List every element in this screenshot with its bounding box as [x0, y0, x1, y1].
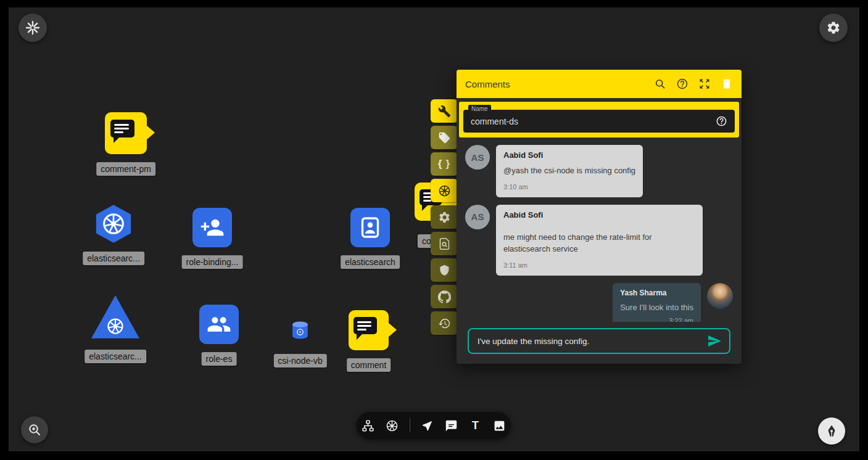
node-label[interactable]: comment — [347, 358, 391, 372]
message-time: 3:11 am — [503, 261, 695, 271]
zoom-button[interactable] — [21, 416, 48, 443]
message-text: Sure I'll look into this — [620, 302, 693, 314]
send-icon[interactable] — [707, 334, 722, 348]
pen-tool-button[interactable] — [818, 417, 845, 445]
expand-icon[interactable] — [698, 78, 711, 90]
node-label[interactable]: role-binding... — [182, 255, 243, 269]
message-bubble: Aabid Sofi @yash the csi-node is missing… — [496, 145, 643, 197]
node-role-es[interactable]: role-es — [199, 305, 239, 344]
name-field[interactable]: Name comment-ds — [463, 110, 735, 133]
comments-panel-header[interactable]: Comments — [457, 70, 742, 98]
panel-title: Comments — [465, 79, 654, 89]
speech-bubble-icon — [110, 120, 134, 138]
name-field-label: Name — [468, 105, 491, 113]
node-label[interactable]: csi-node-vb — [273, 354, 326, 368]
zoom-in-icon — [27, 422, 42, 437]
message-bubble: Yash Sharma Sure I'll look into this 3:2… — [613, 283, 701, 322]
wrench-icon — [438, 105, 451, 118]
kubernetes-button[interactable] — [431, 179, 458, 202]
message-author: Yash Sharma — [620, 288, 693, 298]
settings-button[interactable] — [819, 14, 848, 42]
shield-icon — [438, 264, 451, 277]
inspect-button[interactable] — [431, 232, 458, 255]
github-button[interactable] — [431, 285, 458, 308]
name-field-highlight: Name comment-ds — [459, 102, 739, 138]
node-label[interactable]: elasticsearc... — [85, 350, 146, 363]
message-row: Yash Sharma Sure I'll look into this 3:2… — [465, 283, 733, 322]
node-elasticsearch-serviceaccount[interactable]: elasticsearch — [350, 208, 390, 247]
badge-person-glyph — [358, 215, 382, 240]
node-label[interactable]: role-es — [202, 352, 237, 366]
comment-input[interactable] — [476, 336, 702, 347]
message-row: AS Aabid Sofi @yash the csi-node is miss… — [465, 145, 733, 197]
github-icon — [438, 290, 451, 303]
cursor-tool-icon[interactable] — [421, 419, 434, 432]
avatar: AS — [465, 145, 490, 170]
person-add-icon — [192, 208, 232, 247]
node-elasticsearch-triangle[interactable]: elasticsearc... — [91, 295, 139, 340]
yash-avatar-photo — [707, 283, 733, 309]
kubernetes-triangle-icon — [91, 295, 139, 340]
text-tool-icon[interactable]: T — [469, 419, 482, 432]
message-text: @yash the csi-node is missing config — [503, 165, 635, 177]
delete-icon[interactable] — [721, 78, 733, 90]
search-icon[interactable] — [654, 78, 666, 90]
comment-tool-icon[interactable] — [445, 419, 458, 432]
configure-wrench-button[interactable] — [431, 99, 458, 123]
message-row: AS Aabid Sofi me might need to change th… — [465, 205, 733, 276]
gear-icon — [438, 211, 451, 224]
comment-thread[interactable]: AS Aabid Sofi @yash the csi-node is miss… — [457, 142, 742, 322]
settings-button[interactable] — [431, 205, 458, 229]
storage-cylinder-icon — [290, 320, 310, 340]
comments-panel: Comments Name comment-ds AS Aabid Sofi @… — [457, 70, 742, 364]
comment-icon — [105, 112, 147, 154]
node-label[interactable]: comment-pm — [96, 162, 155, 176]
history-button[interactable] — [431, 311, 458, 335]
help-icon[interactable] — [716, 115, 727, 127]
person-add-glyph — [200, 215, 225, 240]
asterisk-flower-icon — [25, 20, 40, 35]
node-csi-node-vb[interactable]: csi-node-vb — [290, 320, 310, 340]
kubernetes-wheel-icon — [101, 212, 126, 236]
message-time: 3:22 am — [620, 316, 693, 322]
gear-icon — [826, 20, 841, 35]
tag-icon — [438, 131, 451, 144]
help-icon[interactable] — [676, 78, 688, 90]
node-comment[interactable]: comment — [349, 310, 389, 350]
people-icon — [199, 305, 239, 344]
app-logo-button[interactable] — [19, 14, 47, 42]
name-field-value[interactable]: comment-ds — [471, 117, 716, 126]
node-label[interactable]: elasticsearch — [341, 255, 400, 269]
node-comment-pm[interactable]: comment-pm — [105, 112, 147, 154]
node-action-toolbar: { } — [431, 99, 458, 335]
find-in-page-icon — [438, 237, 451, 250]
kubernetes-wheel-icon — [438, 184, 451, 197]
comment-icon — [349, 310, 389, 350]
message-time: 3:10 am — [503, 183, 635, 192]
security-button[interactable] — [431, 258, 458, 282]
badge-person-icon — [350, 208, 390, 247]
people-glyph — [207, 312, 231, 337]
speech-bubble-icon — [353, 317, 377, 334]
tag-button[interactable] — [431, 126, 458, 149]
node-label[interactable]: elasticsearc... — [83, 252, 144, 265]
message-author: Aabid Sofi — [503, 210, 695, 221]
components-flow-icon[interactable] — [362, 419, 375, 432]
message-bubble: Aabid Sofi me might need to change the r… — [496, 205, 703, 276]
message-author: Aabid Sofi — [503, 150, 635, 162]
braces-icon: { } — [438, 158, 450, 170]
kubernetes-hexagon-icon — [94, 204, 133, 244]
avatar: AS — [465, 205, 490, 229]
media-tool-icon[interactable] — [493, 419, 506, 432]
message-text: me might need to change the rate-limit f… — [503, 232, 695, 255]
node-role-binding[interactable]: role-binding... — [192, 208, 232, 247]
history-icon — [438, 317, 451, 330]
comment-input-box[interactable] — [468, 328, 730, 354]
node-elasticsearch-hexagon[interactable]: elasticsearc... — [94, 204, 133, 244]
kubernetes-wheel-icon — [106, 317, 125, 335]
pen-nib-icon — [824, 424, 839, 438]
braces-button[interactable]: { } — [431, 152, 458, 176]
bottom-tool-dock: T — [357, 412, 511, 439]
kubernetes-wheel-icon[interactable] — [386, 419, 399, 432]
dock-divider — [410, 419, 410, 432]
